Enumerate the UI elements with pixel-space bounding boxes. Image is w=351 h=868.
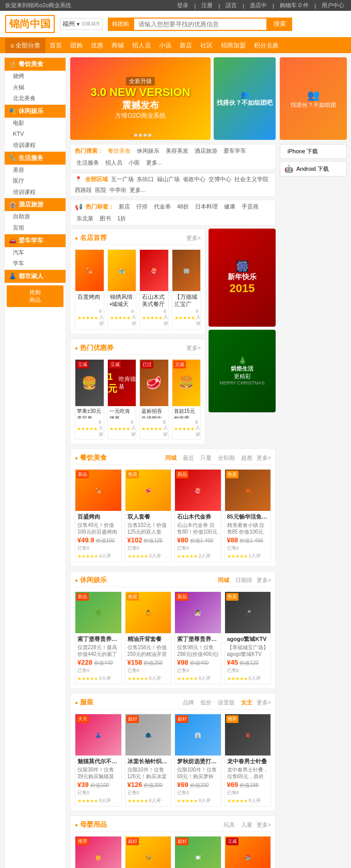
- pop-tag-2[interactable]: 代金券: [152, 202, 172, 211]
- sidebar-item-dianying[interactable]: 电影: [5, 118, 66, 129]
- clothing-tab-0[interactable]: 品牌: [181, 698, 196, 707]
- featured-stores-more[interactable]: 更多>: [186, 234, 201, 242]
- leisure-card-2[interactable]: 新品 🧖 索丁堡尊贵养生会所 仅售98元！仅售298元(价值400元)索丁堡健康…: [174, 591, 221, 684]
- pop-tag-8[interactable]: 图书: [98, 214, 113, 223]
- food-card-3[interactable]: 热卖 🦐 85元畅华活鱼小镇代金券 精准素食小镇 仅售85 价值100元的代金券…: [225, 469, 272, 562]
- loc-more[interactable]: 更多...: [130, 186, 146, 194]
- loc-5[interactable]: 社会主义学院: [234, 175, 268, 183]
- maternal-more[interactable]: 更多>: [257, 821, 271, 829]
- pop-tag-9[interactable]: 1折: [116, 214, 127, 223]
- new-year-ad[interactable]: 🎆 新年快乐 2015: [209, 229, 276, 327]
- hot-tag-7[interactable]: 小医: [127, 158, 141, 167]
- food-card-1[interactable]: 热卖 🥩 双人套餐 仅售102元！价值125元的双人套餐，提供免费WiFi ¥1…: [125, 469, 172, 562]
- maternal-card-3[interactable]: 立减 📚 惑啊俱子街四大名著 仅售9.8！价值102-2倍的四大名著彩图版，惑啊…: [225, 836, 272, 868]
- food-tab-2[interactable]: 只量: [198, 454, 214, 462]
- right-banner[interactable]: 👥 找搭伙？不如组团吧: [214, 57, 276, 140]
- sidebar-item-meirong[interactable]: 美容: [5, 165, 66, 176]
- hot-tag-5[interactable]: 生活服务: [75, 158, 101, 167]
- maternal-card-1[interactable]: 超好 🐝 荣兰奇儿童动物书包 首次19件！价值190元兰奇儿童动物书包，可爱卡通…: [125, 836, 172, 868]
- hot-tag-1[interactable]: 休闲娱乐: [135, 147, 161, 155]
- nav-item-youhui[interactable]: 优惠: [87, 38, 107, 53]
- food-card-2[interactable]: 新品 🍣 石山木代金券 石山木代金券 仅售80！价值100元代金券，1号用餐通,…: [174, 469, 221, 562]
- sidebar-item-peixun[interactable]: 培训课程: [5, 140, 66, 151]
- sidebar-item-meishi[interactable]: 北北美食: [5, 93, 66, 104]
- cart-link[interactable]: 购物车 0 件: [280, 2, 309, 9]
- main-banner[interactable]: 全新升级 3.0 NEW VERSION 震撼发布 方维O2O商业系统: [70, 57, 211, 140]
- city-selector[interactable]: 福州 ▼ 切换城市: [60, 18, 103, 30]
- clothing-more[interactable]: 更多>: [257, 699, 271, 706]
- all-categories-btn[interactable]: ≡ 全部分类: [5, 38, 45, 53]
- nav-item-home[interactable]: 首页: [45, 38, 66, 53]
- loc-8[interactable]: 中亭街: [109, 186, 126, 194]
- leisure-tab-0[interactable]: 同城: [216, 576, 231, 585]
- maternal-tab-0[interactable]: 玩具: [221, 821, 237, 829]
- clothing-card-3[interactable]: 推荐 🧣 龙中春男士针叠 龙中春男士针叠，仅售69元，原价188元的男士针织衫，…: [225, 714, 272, 807]
- store-card-3[interactable]: 🏢 【万德城汇宝广场】ago... ★★★★★ 6人评: [172, 249, 201, 330]
- loc-3[interactable]: 省政中心: [183, 175, 205, 183]
- sidebar-item-shaokao[interactable]: 烧烤: [5, 71, 66, 82]
- leisure-tab-1[interactable]: 日期排: [233, 576, 254, 585]
- store-card-0[interactable]: 🍖 百度烤肉 ★★★★★ 6人评: [75, 249, 104, 330]
- leisure-card-3[interactable]: 热卖 🎤 agogo繁城KTV 【享福城宝广场】agogo繁城KTV ¥45 价…: [225, 591, 272, 684]
- clothing-tab-3[interactable]: 女主: [239, 698, 254, 707]
- promo-banner[interactable]: 👥 找搭伙？不如组团: [280, 57, 347, 140]
- store-card-2[interactable]: 🍣 石山木式美式餐厅（东街店） ★★★★★ 6人评: [139, 249, 169, 330]
- food-tab-0[interactable]: 同城: [163, 454, 179, 462]
- leisure-more[interactable]: 更多>: [257, 576, 271, 584]
- voucher-card-1[interactable]: 立减 1元 吃肯德基 一元吃肯德基 ★★★★★ 8人评: [107, 359, 137, 440]
- leisure-card-0[interactable]: 新品 🌿 索丁堡尊贵养生会所 仅需228元！最高价值440元的索丁堡尊贵生活套餐…: [75, 591, 122, 684]
- search-category-btn[interactable]: 精团购: [108, 18, 133, 31]
- sidebar-feature-btn[interactable]: 抢购 商品: [7, 285, 63, 307]
- food-card-0[interactable]: 新品 🍖 百盛烤肉 仅售49元！价值100元的百盛烤肉套餐人帮你多人就餐，合算大…: [75, 469, 122, 562]
- loc-6[interactable]: 西路段: [75, 186, 92, 194]
- location-link[interactable]: 选店中: [250, 2, 267, 9]
- search-input[interactable]: [133, 18, 267, 31]
- clothing-card-1[interactable]: 超好 🧥 冰棠长袖针织套肩 仅限10件！仅售126元！购买冰棠长袖针织套肩1件，…: [125, 714, 172, 807]
- nav-item-shangpu[interactable]: 商铺: [107, 38, 128, 53]
- dot-2[interactable]: [134, 134, 137, 137]
- sidebar-item-xueche[interactable]: 学车: [5, 258, 66, 269]
- register-link[interactable]: 注册: [201, 2, 213, 9]
- pop-tag-6[interactable]: 手贡燕: [240, 202, 260, 211]
- sidebar-item-zizhu[interactable]: 自助游: [5, 211, 66, 222]
- maternal-tab-1[interactable]: 儿童: [239, 821, 254, 829]
- hot-tag-2[interactable]: 美容美发: [164, 147, 190, 155]
- voucher-card-0[interactable]: 立减 🍔 苹果±30元美容券 ★★★★★ 6人评: [75, 359, 104, 440]
- clothing-card-0[interactable]: 天天 👗 魅猫莫代尔不规则纳彩 仅限30件！仅售39元购买魅猫莫代尔不规则纳彩1…: [75, 714, 122, 807]
- dot-4[interactable]: [143, 134, 147, 137]
- sidebar-item-binguan[interactable]: 宾馆: [5, 222, 66, 234]
- food-tab-1[interactable]: 最近: [181, 454, 196, 462]
- pop-tag-4[interactable]: 日本料理: [194, 202, 219, 211]
- sidebar-item-huoguo[interactable]: 火锅: [5, 82, 66, 93]
- pop-tag-7[interactable]: 东北菜: [75, 214, 95, 223]
- nav-item-xiaoshuo[interactable]: 小说: [155, 38, 176, 53]
- maternal-card-2[interactable]: 超好 🍽️ 猫龙免洗宝宝饭垫 仅售9.8！价值30元的猫龙免洗宝宝饭垫，防水易清…: [174, 836, 221, 868]
- leisure-card-1[interactable]: 热卖 💆 精油开背套餐 仅售158元！价值250元的精油开背套餐包含精华... …: [125, 591, 172, 684]
- dot-1[interactable]: [130, 134, 133, 137]
- loc-4[interactable]: 交博中心: [209, 175, 231, 183]
- nav-item-shequ[interactable]: 社区: [196, 38, 217, 53]
- maternal-card-0[interactable]: 推荐 👶 婴猫早孕助孕奶粉机 仅售89元！价值290元的婴猫早孕助孕奶粉机，哺乳…: [75, 836, 122, 868]
- hot-tag-0[interactable]: 餐饮美食: [106, 147, 132, 155]
- nav-item-xindian[interactable]: 新店: [176, 38, 196, 53]
- clothing-tab-1[interactable]: 低价: [198, 698, 214, 707]
- loc-2[interactable]: 福山广场: [157, 175, 180, 183]
- hot-tag-more[interactable]: 更多...: [145, 158, 164, 167]
- sidebar-item-peixun2[interactable]: 培训课程: [5, 187, 66, 198]
- voucher-card-2[interactable]: 已过 🥩 蓝标招吞牛排馆牛排50元代... ★★★★★ 8人评: [139, 359, 169, 440]
- hot-tag-3[interactable]: 酒店旅游: [193, 147, 219, 155]
- sidebar-item-ktv[interactable]: KTV: [5, 128, 66, 140]
- voucher-card-3[interactable]: 立减 🍔 首款15元炸疙瘩 ★★★★★ 8人评: [172, 359, 201, 440]
- store-card-1[interactable]: 🏪 锦绣风情•城城天地酒店 ★★★★★ 6人评: [107, 249, 137, 330]
- search-button[interactable]: 搜索: [267, 18, 292, 31]
- user-center-link[interactable]: 用户中心: [322, 2, 344, 9]
- clothing-card-2[interactable]: 超好 👔 梦秋纺选烫打底衫 仅限100件！仅售69元！购买梦秋纺选烫打底衫1件，…: [174, 714, 221, 807]
- nav-item-tuangou[interactable]: 团购: [66, 38, 87, 53]
- lang-link[interactable]: 語言: [226, 2, 237, 9]
- loc-1[interactable]: 东街口: [137, 175, 154, 183]
- nav-item-zhaoshang[interactable]: 招商加盟: [217, 38, 250, 53]
- hot-vouchers-more[interactable]: 更多>: [186, 344, 201, 352]
- sidebar-item-yiliao[interactable]: 医疗: [5, 175, 66, 187]
- sidebar-item-car[interactable]: 汽车: [5, 247, 66, 259]
- hot-tag-4[interactable]: 爱车学车: [222, 147, 248, 155]
